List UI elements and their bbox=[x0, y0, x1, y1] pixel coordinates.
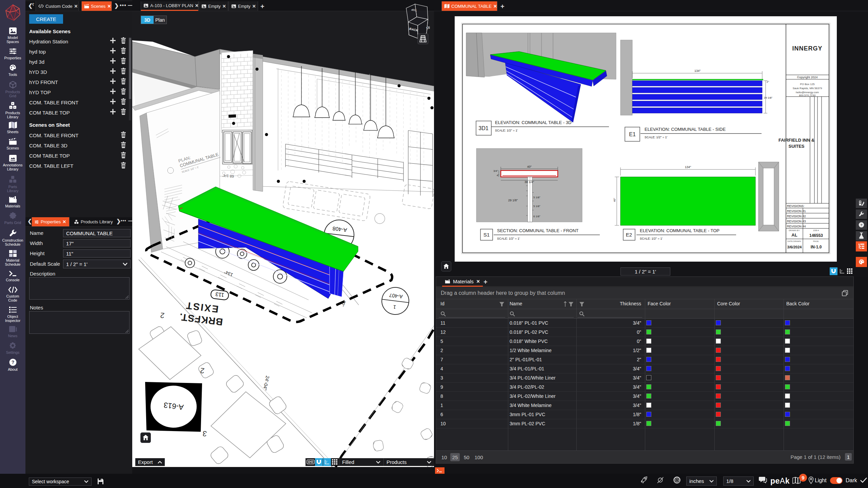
svg-text:38 1/4": 38 1/4" bbox=[525, 180, 534, 184]
svg-text:134": 134" bbox=[694, 69, 701, 73]
svg-text:SUITES: SUITES bbox=[789, 144, 805, 149]
svg-text:ELEVATION: COMMUNAL TABLE - 3D: ELEVATION: COMMUNAL TABLE - 3D bbox=[495, 120, 571, 125]
svg-text:REVISION #3: REVISION #3 bbox=[787, 220, 806, 223]
svg-text:E2: E2 bbox=[626, 232, 632, 238]
svg-text:Sauk Rapids, MN 56379: Sauk Rapids, MN 56379 bbox=[793, 87, 822, 90]
svg-text:SCALE: 1/2" = 1': SCALE: 1/2" = 1' bbox=[495, 129, 518, 132]
svg-text:REVISIONS:: REVISIONS: bbox=[787, 204, 805, 208]
svg-text:3/6/2024: 3/6/2024 bbox=[787, 245, 802, 249]
svg-text:S1: S1 bbox=[484, 232, 490, 238]
svg-text:3/4": 3/4" bbox=[493, 169, 498, 172]
svg-text:5 1/8": 5 1/8" bbox=[533, 205, 540, 208]
svg-text:DRAWN BY:: DRAWN BY: bbox=[789, 229, 800, 231]
svg-text:REVISION #2: REVISION #2 bbox=[787, 215, 806, 218]
svg-text:AL: AL bbox=[791, 232, 797, 238]
svg-text:ELEVATION: COMMUNAL TABLE - SI: ELEVATION: COMMUNAL TABLE - SIDE bbox=[645, 127, 726, 132]
svg-text:146553: 146553 bbox=[809, 233, 823, 238]
svg-text:PAGE:: PAGE: bbox=[813, 240, 819, 242]
svg-text:4": 4" bbox=[497, 174, 499, 177]
svg-text:29 1/8": 29 1/8" bbox=[508, 199, 518, 202]
svg-text:6 1/8": 6 1/8" bbox=[533, 215, 540, 218]
svg-text:INNERGY: INNERGY bbox=[792, 45, 822, 52]
svg-text:29 1/8": 29 1/8" bbox=[764, 96, 772, 99]
svg-text:E1: E1 bbox=[629, 131, 636, 137]
svg-text:40": 40" bbox=[527, 165, 531, 168]
svg-text:DATE DRAWN:: DATE DRAWN: bbox=[787, 240, 802, 242]
svg-text:113: 113 bbox=[215, 291, 224, 298]
svg-text:REVISION #4: REVISION #4 bbox=[787, 225, 806, 228]
svg-text:REVISION #1: REVISION #1 bbox=[787, 209, 806, 213]
svg-text:SECTION: COMMUNAL TABLE - FRON: SECTION: COMMUNAL TABLE - FRONT bbox=[497, 228, 578, 233]
svg-text:SCALE: 1/2" = 1': SCALE: 1/2" = 1' bbox=[497, 237, 520, 240]
svg-text:SCALE: 1/2" = 1': SCALE: 1/2" = 1' bbox=[640, 237, 663, 240]
svg-text:2": 2" bbox=[767, 80, 769, 83]
svg-text:SCALE: 1/2" = 1': SCALE: 1/2" = 1' bbox=[645, 136, 667, 139]
svg-text:JOB #:: JOB #: bbox=[813, 229, 820, 231]
svg-text:IN-1.0: IN-1.0 bbox=[811, 245, 822, 249]
svg-text:?: ? bbox=[11, 360, 14, 365]
svg-text:?: ? bbox=[860, 223, 862, 227]
svg-text:134": 134" bbox=[685, 165, 691, 169]
svg-text:PO Box 125: PO Box 125 bbox=[800, 83, 815, 86]
svg-text:hello@innergy.com: hello@innergy.com bbox=[796, 91, 819, 94]
svg-text:5 1/8": 5 1/8" bbox=[533, 196, 540, 199]
svg-text:FAIRFIELD INN &: FAIRFIELD INN & bbox=[778, 138, 814, 143]
svg-text:3D1: 3D1 bbox=[478, 125, 488, 131]
svg-text:40": 40" bbox=[613, 198, 616, 202]
svg-text:800.570.7230: 800.570.7230 bbox=[799, 94, 816, 97]
svg-text:©opyright 2024: ©opyright 2024 bbox=[797, 76, 817, 79]
svg-text:ELEVATION: COMMUNAL TABLE - TO: ELEVATION: COMMUNAL TABLE - TOP bbox=[640, 228, 719, 233]
